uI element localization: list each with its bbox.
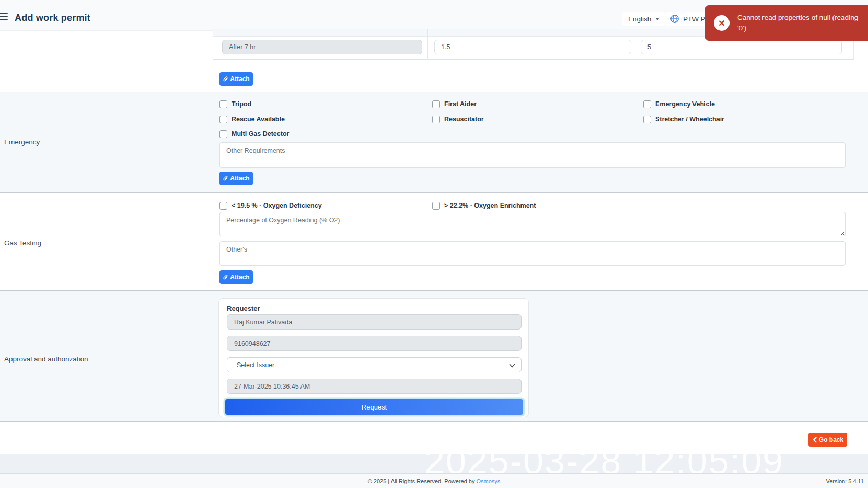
oxygen-deficiency-checkbox[interactable] bbox=[219, 202, 227, 210]
chevron-left-icon bbox=[812, 437, 818, 443]
resuscitator-checkbox[interactable] bbox=[432, 116, 440, 123]
osmosys-link[interactable]: Osmosys bbox=[477, 478, 501, 484]
oxygen-enrichment-checkbox[interactable] bbox=[432, 202, 440, 210]
requester-label: Requester bbox=[227, 304, 260, 312]
approval-section-label: Approval and authorization bbox=[4, 355, 88, 363]
language-dropdown[interactable]: English bbox=[622, 12, 666, 26]
oxygen-reading-textarea[interactable] bbox=[219, 212, 846, 236]
page-title: Add work permit bbox=[15, 13, 90, 24]
checkbox-rescue-available: Rescue Available bbox=[219, 115, 285, 124]
rescue-available-checkbox[interactable] bbox=[219, 116, 227, 123]
version-text: Version: 5.4.11 bbox=[826, 478, 864, 484]
attach-button-emergency[interactable]: Attach bbox=[219, 172, 253, 185]
issuer-select[interactable]: Select Issuer bbox=[227, 357, 522, 372]
hamburger-menu-icon[interactable] bbox=[0, 13, 8, 20]
checkbox-first-aider: First Aider bbox=[432, 99, 477, 109]
right-value-field[interactable] bbox=[641, 40, 842, 54]
checkbox-oxygen-deficiency: < 19.5 % - Oxygen Deficiency bbox=[219, 201, 322, 210]
request-button[interactable]: Request bbox=[225, 399, 523, 415]
checkbox-stretcher-wheelchair: Stretcher / Wheelchair bbox=[643, 115, 724, 124]
error-circle-x-icon: × bbox=[714, 15, 730, 31]
paperclip-icon bbox=[223, 176, 228, 181]
bottom-band bbox=[0, 454, 868, 473]
emergency-other-requirements-textarea[interactable] bbox=[219, 142, 846, 168]
mid-value-field[interactable] bbox=[434, 40, 631, 54]
first-aider-checkbox[interactable] bbox=[432, 100, 440, 108]
chevron-down-icon bbox=[508, 362, 516, 369]
attach-button-gas-testing[interactable]: Attach bbox=[219, 270, 253, 284]
go-back-button[interactable]: Go back bbox=[808, 433, 847, 447]
emergency-vehicle-checkbox[interactable] bbox=[643, 100, 651, 108]
after-hours-field bbox=[222, 40, 422, 54]
add-work-permit-page: Add work permit English PTW Pro × Cannot… bbox=[0, 0, 868, 488]
checkbox-resuscitator: Resuscitator bbox=[432, 115, 484, 124]
section-divider bbox=[0, 421, 868, 422]
requester-phone-field bbox=[227, 336, 522, 351]
checkbox-tripod: Tripod bbox=[219, 99, 251, 109]
toast-message: Cannot read properties of null (reading … bbox=[737, 13, 858, 33]
checkbox-oxygen-enrichment: > 22.2% - Oxygen Enrichment bbox=[432, 201, 536, 210]
issuer-select-value: Select Issuer bbox=[237, 361, 274, 369]
copyright-text: © 2025 | All Rights Reserved. Powered by… bbox=[0, 478, 868, 484]
footer-bar: © 2025 | All Rights Reserved. Powered by… bbox=[0, 473, 868, 488]
checkbox-multi-gas-detector: Multi Gas Detector bbox=[219, 129, 289, 139]
error-toast: × Cannot read properties of null (readin… bbox=[705, 5, 868, 41]
gas-testing-section-label: Gas Testing bbox=[4, 239, 41, 247]
multi-gas-detector-checkbox[interactable] bbox=[219, 130, 227, 138]
language-label: English bbox=[628, 15, 651, 23]
globe-icon bbox=[670, 14, 679, 24]
section-divider bbox=[0, 192, 868, 193]
emergency-section-label: Emergency bbox=[4, 138, 40, 146]
chevron-down-icon bbox=[655, 18, 659, 20]
paperclip-icon bbox=[223, 76, 228, 82]
checkbox-emergency-vehicle: Emergency Vehicle bbox=[643, 99, 715, 109]
gas-others-textarea[interactable] bbox=[219, 241, 846, 266]
tripod-checkbox[interactable] bbox=[219, 100, 227, 108]
paperclip-icon bbox=[223, 275, 228, 280]
request-datetime-field bbox=[227, 379, 522, 394]
stretcher-wheelchair-checkbox[interactable] bbox=[643, 116, 651, 123]
requester-card: Requester Select Issuer Request bbox=[218, 298, 529, 417]
requester-name-field bbox=[227, 314, 522, 330]
attach-button-top[interactable]: Attach bbox=[219, 72, 253, 86]
